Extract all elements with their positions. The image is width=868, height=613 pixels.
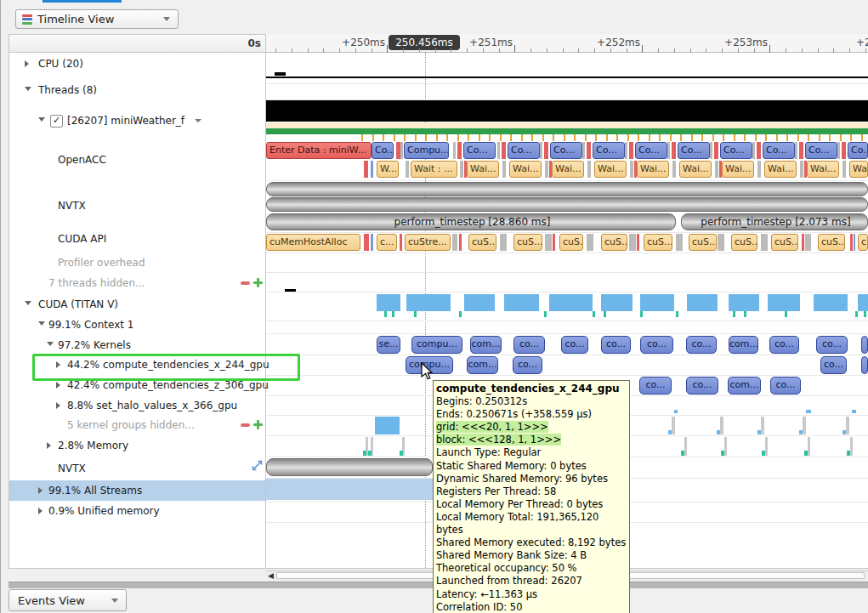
tree-row[interactable]: CUDA API [9, 229, 265, 249]
kernel-box[interactable]: co... [686, 336, 717, 354]
kernel-x244-box[interactable]: com... [467, 356, 498, 374]
openacc-event[interactable]: Compu... [404, 142, 449, 159]
openacc-wait[interactable]: Wa... [849, 161, 868, 178]
tree-row[interactable]: 5 kernel groups hidden... [9, 415, 265, 435]
events-view-dropdown[interactable]: Events View [9, 589, 127, 611]
cuda-api-call[interactable]: cuS... [468, 234, 496, 251]
kernel-box[interactable]: co... [640, 336, 673, 354]
kernel-box[interactable]: co... [561, 336, 588, 354]
kernel-box[interactable] [861, 336, 868, 354]
cuda-api-call[interactable]: cuS... [644, 234, 672, 251]
tree-row[interactable]: 2.8% Memory [9, 435, 265, 456]
openacc-wait[interactable]: Wai... [509, 161, 542, 178]
expand-arrow-icon[interactable] [56, 402, 60, 409]
row-options-caret-icon[interactable] [195, 119, 201, 122]
nvtx-range[interactable] [266, 182, 868, 196]
openacc-event[interactable]: Enter Data : miniW... [266, 142, 372, 159]
kernel-box[interactable]: co... [816, 336, 848, 354]
tree-row[interactable]: CPU (20) [9, 54, 265, 74]
collapse-arrow-icon[interactable] [25, 87, 31, 91]
openacc-wait[interactable]: Wai... [552, 161, 584, 178]
openacc-wait[interactable]: Wait : ... [411, 161, 457, 178]
kernel-x244-box[interactable]: co... [820, 356, 847, 374]
openacc-event[interactable]: Co... [463, 142, 496, 159]
kernel-z306-box[interactable]: co... [770, 377, 801, 394]
openacc-event[interactable]: Co... [763, 142, 795, 159]
openacc-event[interactable]: Co... [805, 142, 837, 159]
expand-arrow-icon[interactable] [56, 382, 60, 389]
openacc-wait[interactable]: Wai... [722, 161, 754, 178]
openacc-event[interactable]: Co... [720, 142, 752, 159]
collapse-arrow-icon[interactable] [38, 117, 45, 122]
tree-row[interactable]: 0.9% Unified memory [9, 501, 265, 521]
tree-row[interactable]: 97.2% Kernels [9, 335, 265, 355]
remove-filter-icon[interactable] [241, 423, 250, 427]
cuda-api-call[interactable]: cuS... [771, 234, 798, 251]
cuda-api-call[interactable]: cuStre... [405, 234, 451, 251]
openacc-wait[interactable]: Wai... [807, 161, 839, 178]
kernel-box[interactable]: compu... [411, 336, 462, 354]
cuda-api-call[interactable]: cuS... [689, 234, 717, 251]
nvtx-range[interactable] [266, 197, 868, 212]
collapse-arrow-icon[interactable] [25, 301, 31, 305]
expand-arrow-icon[interactable] [47, 442, 51, 449]
tree-row[interactable]: 7 threads hidden... [9, 273, 265, 293]
tree-row[interactable]: NVTX [9, 458, 265, 479]
tree-row[interactable]: Profiler overhead [9, 253, 265, 273]
kernel-box[interactable]: co... [513, 336, 545, 354]
cuda-api-call[interactable]: cuS... [731, 234, 757, 251]
openacc-event[interactable]: Co... [635, 142, 667, 159]
tree-row[interactable]: ✓[26207] miniWeather_f [9, 111, 265, 131]
tree-row[interactable]: 99.1% Context 1 [9, 315, 265, 335]
openacc-event[interactable]: Co... [593, 142, 625, 159]
tree-row[interactable]: 99.1% All Streams [9, 480, 265, 501]
cuda-api-call[interactable]: cuMemHostAlloc [266, 234, 360, 251]
kernel-z306-box[interactable]: com... [728, 377, 761, 394]
kernel-box[interactable]: co... [601, 336, 631, 354]
expand-arrow-icon[interactable] [25, 60, 29, 67]
thread-visibility-checkbox[interactable]: ✓ [50, 115, 63, 128]
expand-row-icon[interactable] [252, 460, 263, 474]
kernel-x244-box[interactable]: co... [513, 356, 542, 374]
openacc-event[interactable]: Co... [550, 142, 582, 159]
tree-row[interactable]: CUDA (TITAN V) [9, 294, 265, 315]
tree-row[interactable]: OpenACC [9, 150, 265, 170]
kernel-x244-box[interactable] [861, 356, 868, 374]
cuda-api-call[interactable]: c... [377, 234, 397, 251]
cuda-api-call[interactable]: cuS... [513, 234, 542, 251]
tree-row[interactable]: 8.8% set_halo_values_x_366_gpu [9, 395, 265, 416]
openacc-wait[interactable]: Wai... [594, 161, 627, 178]
kernel-box[interactable]: com... [470, 336, 502, 354]
collapse-arrow-icon[interactable] [47, 342, 54, 346]
openacc-wait[interactable]: Wai... [637, 161, 669, 178]
tree-row[interactable]: Threads (8) [9, 80, 265, 100]
remove-filter-icon[interactable] [241, 281, 250, 285]
kernel-z306-box[interactable]: co... [639, 377, 672, 394]
expand-arrow-icon[interactable] [38, 508, 43, 514]
kernel-box[interactable]: co... [769, 336, 799, 354]
openacc-event[interactable]: Co... [372, 142, 394, 159]
add-filter-icon[interactable] [253, 278, 263, 287]
expand-arrow-icon[interactable] [38, 487, 43, 494]
openacc-event[interactable]: Co... [678, 142, 710, 159]
kernel-z306-box[interactable]: co... [686, 377, 718, 394]
cuda-api-call[interactable]: cuS... [601, 234, 627, 251]
nvtx-range[interactable] [266, 458, 433, 476]
openacc-wait[interactable]: W... [377, 161, 399, 178]
nvtx-range[interactable]: perform_timestep [2.073 ms] [681, 213, 868, 230]
timeline-view-dropdown[interactable]: Timeline View [15, 9, 179, 29]
kernel-box[interactable]: com... [729, 336, 758, 354]
cuda-api-call[interactable]: cuS... [559, 234, 583, 251]
kernel-box[interactable]: se... [377, 336, 400, 354]
openacc-event[interactable]: Co... [848, 142, 868, 159]
nvtx-range[interactable]: perform_timestep [28.860 ms] [266, 213, 676, 230]
collapse-arrow-icon[interactable] [38, 321, 45, 326]
cuda-api-call[interactable]: cuS... [818, 234, 845, 251]
openacc-wait[interactable]: Wai... [467, 161, 499, 178]
add-filter-icon[interactable] [253, 420, 263, 429]
openacc-wait[interactable]: Wai... [764, 161, 797, 178]
cuda-api-call[interactable]: c [858, 234, 868, 251]
tree-row[interactable]: NVTX [9, 196, 265, 216]
openacc-event[interactable]: Co... [508, 142, 540, 159]
openacc-wait[interactable]: Wai... [679, 161, 712, 178]
